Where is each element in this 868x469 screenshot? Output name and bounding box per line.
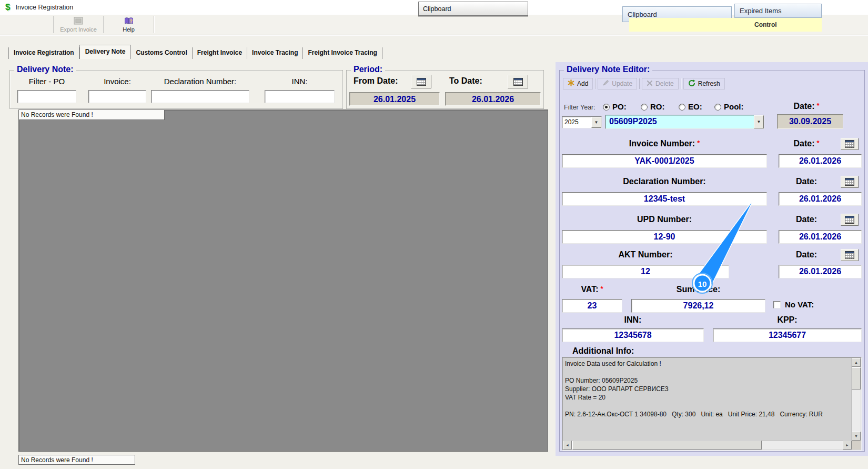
additional-info-label: Additional Info: (572, 346, 634, 356)
refresh-label: Refresh (698, 80, 720, 87)
tab-freight-invoice[interactable]: Freight Invoice (193, 47, 247, 59)
year-combo[interactable]: 2025 (562, 116, 602, 128)
additional-info-text: Invoice Data used for Calculation ! PO N… (565, 360, 850, 438)
declaration-filter-label: Declaration Number: (151, 77, 249, 86)
declaration-number-input[interactable]: 12345-test (562, 192, 767, 206)
po-combo-value: 05609P2025 (605, 115, 754, 128)
svg-text:?: ? (129, 18, 132, 23)
info-line (565, 368, 850, 376)
po-combo[interactable]: 05609P2025 (605, 115, 764, 129)
vat-input[interactable]: 23 (562, 299, 622, 313)
expired-items-panel[interactable]: Expired Items (734, 4, 822, 18)
inn-filter-input[interactable] (265, 90, 335, 103)
upd-number-label: UPD Number: (562, 215, 767, 224)
add-icon (568, 79, 574, 88)
info-line (565, 402, 850, 410)
info-line: PN: 2.6-12-Ан.Окс-ОСТ 1 34098-80 Qty: 30… (565, 410, 850, 418)
from-date-label: From Date: (354, 76, 398, 86)
tab-freight-invoice-tracing[interactable]: Freight Invoice Tracing (303, 47, 382, 59)
upd-date-calendar-button[interactable] (841, 214, 859, 226)
no-vat-checkbox[interactable] (773, 301, 781, 308)
from-date-calendar-button[interactable] (411, 75, 431, 88)
invoice-filter-input[interactable] (88, 90, 146, 103)
additional-info-textarea[interactable]: Invoice Data used for Calculation ! PO N… (562, 357, 862, 451)
editor-toolbar-separator (639, 78, 640, 89)
scrollbar-corner (852, 441, 861, 450)
expired-items-title: Expired Items (740, 7, 781, 15)
update-pencil-icon (602, 79, 609, 88)
akt-date-calendar-button[interactable] (841, 249, 859, 261)
radio-eo[interactable] (679, 104, 685, 111)
horizontal-scrollbar[interactable] (563, 440, 852, 450)
invoice-number-input[interactable]: YAK-0001/2025 (562, 154, 767, 168)
sum-price-input[interactable]: 7926,12 (631, 299, 765, 313)
editor-group-title: Delivery Note Editor: (564, 65, 652, 74)
window-title: Invoice Registration (15, 4, 73, 11)
to-date-calendar-button[interactable] (508, 75, 528, 88)
calendar-icon (845, 216, 854, 224)
declaration-filter-input[interactable] (151, 90, 249, 103)
tab-invoice-tracing[interactable]: Invoice Tracing (247, 47, 303, 59)
required-marker: * (816, 139, 819, 147)
vertical-scrollbar[interactable] (851, 358, 861, 441)
no-records-message-bottom: No Records were Found ! (18, 455, 135, 465)
scroll-up-button[interactable] (852, 358, 861, 367)
editor-toolbar: Add Update Delete Refresh (563, 77, 725, 91)
filter-year-label: Filter Year: (564, 104, 596, 111)
delete-label: Delete (655, 80, 674, 87)
from-date-value[interactable]: 26.01.2025 (349, 92, 440, 106)
vertical-scroll-thumb[interactable] (852, 367, 861, 390)
delete-x-icon (647, 80, 653, 88)
records-grid[interactable] (18, 109, 548, 452)
calendar-icon (845, 251, 854, 259)
tab-invoice-registration[interactable]: Invoice Registration (8, 47, 79, 59)
toolbar-separator (53, 16, 54, 33)
export-invoice-label: Export Invoice (60, 26, 97, 33)
no-records-message-top: No Records were Found ! (18, 109, 165, 120)
tab-strip: Invoice Registration Delivery Note Custo… (8, 45, 382, 59)
scroll-right-button[interactable] (843, 441, 852, 450)
invoice-date-input[interactable]: 26.01.2026 (779, 154, 862, 168)
add-label: Add (577, 80, 588, 87)
inn-label: INN: (562, 315, 704, 325)
upd-number-input[interactable]: 12-90 (562, 230, 767, 244)
vat-label: VAT:* (562, 285, 622, 294)
radio-po[interactable] (603, 104, 610, 111)
add-button[interactable]: Add (563, 78, 593, 89)
horizontal-scroll-thumb[interactable] (572, 441, 762, 450)
scroll-down-button[interactable] (852, 432, 861, 441)
editor-toolbar-separator (681, 78, 681, 89)
help-label: Help (123, 26, 135, 33)
to-date-label: To Date: (449, 76, 482, 86)
clipboard-popup-title: Clipboard (423, 5, 451, 13)
year-combo-value: 2025 (562, 117, 591, 128)
help-button[interactable]: ? Help (105, 15, 153, 34)
filter-po-input[interactable] (17, 90, 76, 103)
scroll-left-button[interactable] (563, 441, 572, 450)
tab-delivery-note[interactable]: Delivery Note (79, 45, 132, 59)
export-invoice-button: Export Invoice (55, 15, 102, 34)
radio-pool[interactable] (714, 104, 721, 111)
sum-price-label: Sum Price: (631, 285, 765, 294)
year-combo-arrow-icon[interactable] (591, 117, 601, 128)
calendar-icon (845, 140, 854, 148)
declaration-date-input[interactable]: 26.01.2026 (779, 192, 862, 206)
inn-input[interactable]: 12345678 (562, 328, 704, 342)
to-date-value[interactable]: 26.01.2026 (445, 92, 541, 106)
po-combo-arrow-icon[interactable] (754, 115, 764, 128)
invoice-filter-label: Invoice: (88, 77, 146, 86)
calendar-icon (417, 78, 426, 86)
upd-date-input[interactable]: 26.01.2026 (779, 230, 862, 244)
editor-toolbar-separator (595, 78, 596, 89)
kpp-input[interactable]: 12345677 (713, 328, 862, 342)
akt-date-label: Date: (774, 250, 839, 260)
akt-date-input[interactable]: 26.01.2026 (779, 265, 862, 278)
tab-customs-control[interactable]: Customs Control (131, 47, 192, 59)
inn-filter-label: INN: (265, 77, 335, 86)
akt-number-input[interactable]: 12 (562, 265, 729, 278)
declaration-number-label: Declaration Number: (562, 177, 767, 186)
invoice-date-calendar-button[interactable] (841, 138, 859, 150)
declaration-date-calendar-button[interactable] (841, 176, 859, 188)
radio-ro[interactable] (641, 104, 648, 111)
refresh-button[interactable]: Refresh (683, 78, 725, 89)
